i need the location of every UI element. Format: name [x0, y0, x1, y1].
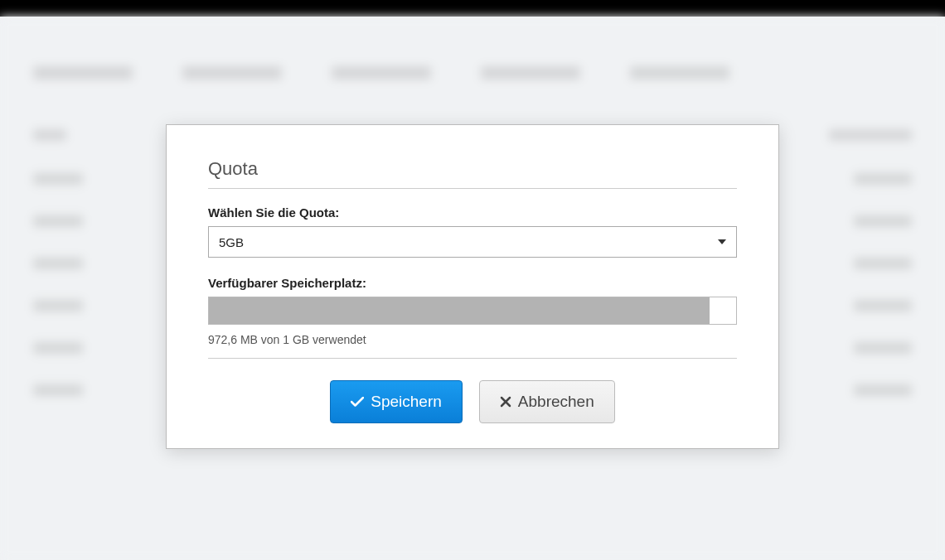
cancel-button-label: Abbrechen [518, 393, 594, 411]
save-button-label: Speichern [371, 393, 442, 411]
quota-select[interactable]: 5GB [208, 226, 737, 258]
chevron-down-icon [718, 239, 726, 244]
check-icon [351, 397, 364, 407]
storage-label: Verfügbarer Speicherplatz: [208, 276, 737, 290]
close-icon [500, 396, 511, 408]
quota-select-label: Wählen Sie die Quota: [208, 205, 737, 220]
quota-modal: Quota Wählen Sie die Quota: 5GB Verfügba… [166, 124, 779, 449]
storage-usage-text: 972,6 MB von 1 GB verwendet [208, 333, 737, 359]
quota-select-value: 5GB [219, 235, 718, 249]
storage-progress-fill [209, 297, 710, 324]
modal-title: Quota [208, 158, 737, 189]
save-button[interactable]: Speichern [330, 380, 463, 423]
modal-button-row: Speichern Abbrechen [208, 380, 737, 423]
window-topbar [0, 0, 945, 17]
storage-progress-bar [208, 297, 737, 325]
cancel-button[interactable]: Abbrechen [479, 380, 615, 423]
